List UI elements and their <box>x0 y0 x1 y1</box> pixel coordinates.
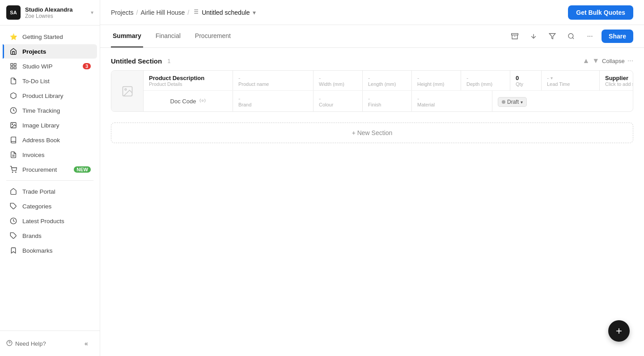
width-sublabel: Width (mm) <box>319 81 357 87</box>
schedule-icon <box>192 8 199 17</box>
org-name: Studio Alexandra <box>25 6 91 13</box>
product-description-cell[interactable]: Product Description Product Details <box>144 71 233 90</box>
colour-value: - <box>319 95 357 102</box>
sidebar-header[interactable]: SA Studio Alexandra Zoe Lowres ▾ <box>0 0 100 25</box>
sort-btn[interactable] <box>526 29 541 43</box>
home-icon <box>9 48 18 55</box>
section-more-btn[interactable]: ··· <box>627 57 633 65</box>
breadcrumb-projects[interactable]: Projects <box>111 9 134 16</box>
sidebar-item-product-library[interactable]: Product Library <box>3 89 97 103</box>
sidebar-item-time-tracking[interactable]: Time Tracking <box>3 103 97 118</box>
tab-bar: Summary Financial Procurement ·· <box>100 25 644 48</box>
sidebar-item-label: Procurement <box>22 166 57 173</box>
brand-value: - <box>238 95 308 102</box>
qty-cell[interactable]: 0 Qty <box>510 71 542 90</box>
material-cell[interactable]: - Material <box>412 91 492 111</box>
finish-cell[interactable]: - Finish <box>363 91 412 111</box>
fab-add-btn[interactable]: + <box>608 320 630 342</box>
colour-cell[interactable]: - Colour <box>314 91 363 111</box>
draft-dot <box>502 100 505 104</box>
lead-time-caret-icon: ▾ <box>551 76 553 81</box>
draft-caret-icon: ▾ <box>521 100 523 105</box>
sidebar-item-projects[interactable]: Projects <box>3 44 97 59</box>
cart-icon <box>9 166 18 173</box>
sidebar-footer: Need Help? « <box>0 331 100 356</box>
sidebar-item-label: Projects <box>22 48 46 55</box>
star-icon: ⭐ <box>9 33 18 40</box>
svg-point-9 <box>12 172 13 172</box>
help-link[interactable]: Need Help? <box>6 340 46 348</box>
sidebar-nav: ⭐ Getting Started Projects Studio WIP 3 … <box>0 25 100 331</box>
height-cell[interactable]: - Height (mm) <box>412 71 461 90</box>
length-cell[interactable]: - Length (mm) <box>363 71 412 90</box>
section-up-btn[interactable]: ▲ <box>582 57 589 65</box>
package-icon <box>9 92 18 99</box>
collapse-sidebar-btn[interactable]: « <box>79 336 93 351</box>
archive-btn[interactable] <box>508 29 522 43</box>
brand-cell[interactable]: - Brand <box>233 91 314 111</box>
bookmark-icon <box>9 247 18 254</box>
share-btn[interactable]: Share <box>602 30 633 43</box>
section-actions: ▲ ▼ Collapse ··· <box>582 57 633 65</box>
draft-badge[interactable]: Draft ▾ <box>498 97 527 107</box>
sidebar-item-image-library[interactable]: Image Library <box>3 118 97 132</box>
schedule-name: Untitled schedule <box>202 9 250 16</box>
qty-value: 0 <box>516 75 536 81</box>
sidebar-item-label: Trade Portal <box>22 188 55 195</box>
sidebar-item-bookmarks[interactable]: Bookmarks <box>3 243 97 258</box>
tab-procurement[interactable]: Procurement <box>193 25 233 47</box>
section-collapse-btn[interactable]: Collapse <box>602 58 625 64</box>
depth-value: - <box>466 75 504 81</box>
get-bulk-quotes-btn[interactable]: Get Bulk Quotes <box>568 5 633 20</box>
supplier-cell[interactable]: Supplier Click to add supplier <box>600 71 633 90</box>
breadcrumb-schedule[interactable]: Untitled schedule ▾ <box>192 8 255 17</box>
caret-down-icon: ▾ <box>253 9 256 16</box>
product-thumbnail[interactable] <box>111 71 144 111</box>
search-btn[interactable] <box>564 29 578 43</box>
section-down-btn[interactable]: ▼ <box>592 57 599 65</box>
svg-point-10 <box>16 172 16 172</box>
sidebar-item-trade-portal[interactable]: Trade Portal <box>3 184 97 199</box>
sidebar-item-procurement[interactable]: Procurement NEW <box>3 162 97 177</box>
new-section-btn[interactable]: + New Section <box>111 123 633 143</box>
depth-cell[interactable]: - Depth (mm) <box>461 71 510 90</box>
brand-sublabel: Brand <box>238 102 308 107</box>
doc-code-cell[interactable]: Doc Code <box>144 91 233 111</box>
sidebar-item-getting-started[interactable]: ⭐ Getting Started <box>3 30 97 44</box>
sidebar-item-label: Categories <box>22 203 51 210</box>
topbar: Projects / Airlie Hill House / Untitled … <box>100 0 644 25</box>
qty-sublabel: Qty <box>516 81 536 87</box>
sidebar-item-latest-products[interactable]: Latest Products <box>3 214 97 228</box>
supplier-add-text[interactable]: Click to add supplier <box>605 81 633 87</box>
tab-financial[interactable]: Financial <box>154 25 182 47</box>
depth-sublabel: Depth (mm) <box>466 81 504 87</box>
sidebar-item-address-book[interactable]: Address Book <box>3 133 97 147</box>
sidebar-item-label: Product Library <box>22 93 64 99</box>
more-options-btn[interactable]: ··· <box>583 29 597 43</box>
sidebar-item-todo[interactable]: To-Do List <box>3 74 97 88</box>
sidebar-item-label: Bookmarks <box>22 247 53 254</box>
filter-btn[interactable] <box>545 29 559 43</box>
tab-summary[interactable]: Summary <box>111 25 143 47</box>
breadcrumb-sep1: / <box>136 9 138 16</box>
sidebar-item-categories[interactable]: Categories <box>3 199 97 213</box>
sidebar-org: Studio Alexandra Zoe Lowres <box>25 6 91 19</box>
grid-icon <box>9 63 18 70</box>
main-content: Projects / Airlie Hill House / Untitled … <box>100 0 644 356</box>
sidebar-item-invoices[interactable]: Invoices <box>3 148 97 162</box>
breadcrumb-project[interactable]: Airlie Hill House <box>140 9 185 16</box>
sidebar-logo: SA <box>6 5 21 20</box>
sidebar-item-label: Studio WIP <box>22 63 53 70</box>
section-header: Untitled Section 1 ▲ ▼ Collapse ··· <box>111 57 633 65</box>
product-row-top: Product Description Product Details - Pr… <box>144 71 633 91</box>
product-name-cell[interactable]: - Product name <box>233 71 314 90</box>
sidebar-item-studio-wip[interactable]: Studio WIP 3 <box>3 59 97 73</box>
sidebar-item-label: Latest Products <box>22 218 64 225</box>
sidebar-item-brands[interactable]: Brands <box>3 229 97 243</box>
svg-rect-21 <box>512 34 518 35</box>
width-cell[interactable]: - Width (mm) <box>314 71 363 90</box>
svg-line-26 <box>572 38 574 39</box>
tab-list: Summary Financial Procurement <box>111 25 508 47</box>
svg-marker-24 <box>549 34 555 39</box>
lead-time-cell[interactable]: - ▾ Lead Time <box>542 71 600 90</box>
